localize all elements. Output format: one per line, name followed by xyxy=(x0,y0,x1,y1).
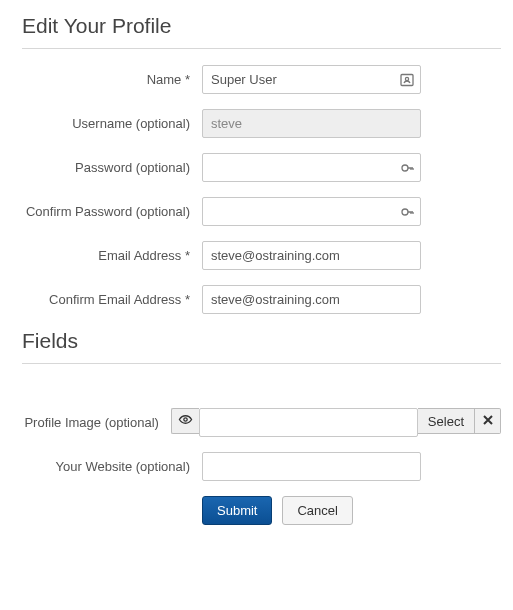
clear-button[interactable] xyxy=(475,408,501,434)
website-label: Your Website (optional) xyxy=(22,452,202,476)
form-row-password: Password (optional) xyxy=(22,153,501,182)
cancel-button[interactable]: Cancel xyxy=(282,496,352,525)
form-row-email: Email Address * xyxy=(22,241,501,270)
close-icon xyxy=(482,414,494,429)
username-input xyxy=(202,109,421,138)
password-input[interactable] xyxy=(202,153,421,182)
select-button[interactable]: Select xyxy=(418,408,475,434)
confirm-email-input[interactable] xyxy=(202,285,421,314)
confirm-password-label: Confirm Password (optional) xyxy=(22,197,202,221)
name-label: Name * xyxy=(22,65,202,89)
confirm-password-input[interactable] xyxy=(202,197,421,226)
password-label: Password (optional) xyxy=(22,153,202,177)
form-row-actions: Submit Cancel xyxy=(22,496,501,525)
name-input[interactable] xyxy=(202,65,421,94)
website-input[interactable] xyxy=(202,452,421,481)
edit-profile-heading: Edit Your Profile xyxy=(22,14,501,38)
section-divider xyxy=(22,48,501,49)
preview-button[interactable] xyxy=(171,408,199,434)
svg-point-4 xyxy=(184,418,187,421)
section-divider xyxy=(22,363,501,364)
profile-image-label: Profile Image (optional) xyxy=(22,408,171,432)
form-row-username: Username (optional) xyxy=(22,109,501,138)
profile-image-input xyxy=(199,408,418,437)
form-row-confirm-email: Confirm Email Address * xyxy=(22,285,501,314)
confirm-email-label: Confirm Email Address * xyxy=(22,285,202,309)
username-label: Username (optional) xyxy=(22,109,202,133)
form-row-profile-image: Profile Image (optional) Select xyxy=(22,408,501,437)
form-row-website: Your Website (optional) xyxy=(22,452,501,481)
email-label: Email Address * xyxy=(22,241,202,265)
form-row-confirm-password: Confirm Password (optional) xyxy=(22,197,501,226)
submit-button[interactable]: Submit xyxy=(202,496,272,525)
form-row-name: Name * xyxy=(22,65,501,94)
fields-heading: Fields xyxy=(22,329,501,353)
email-input[interactable] xyxy=(202,241,421,270)
eye-icon xyxy=(178,412,193,430)
media-picker: Select xyxy=(171,408,501,437)
